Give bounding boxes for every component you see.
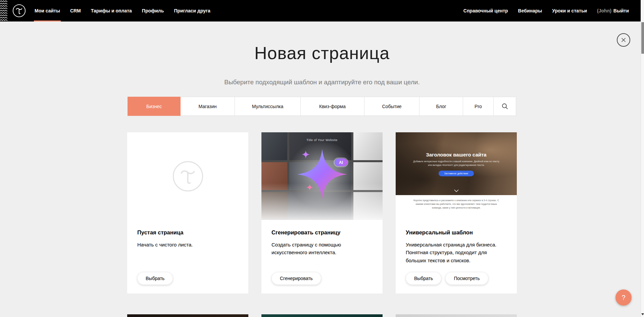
card-title: Сгенерировать страницу	[271, 229, 373, 236]
card-description: Универсальная страница для бизнеса. Поня…	[406, 241, 507, 264]
card-body: Сгенерировать страницу Создать страницу …	[261, 220, 383, 293]
tab-quiz-form[interactable]: Квиз-форма	[301, 97, 364, 116]
ai-badge: AI	[335, 158, 347, 166]
nav-item-invite-friend[interactable]: Пригласи друга	[169, 0, 215, 21]
tilda-watermark-icon	[172, 160, 204, 192]
ai-generate-preview[interactable]: Title of Your Website	[261, 132, 383, 220]
tilda-logo-icon[interactable]	[12, 4, 26, 18]
scrollbar-down-arrow[interactable]	[641, 313, 644, 316]
tab-store[interactable]: Магазин	[181, 97, 235, 116]
nav-item-my-sites[interactable]: Мои сайты	[30, 0, 65, 21]
select-blank-button[interactable]: Выбрать	[137, 272, 173, 285]
generate-button[interactable]: Сгенерировать	[271, 272, 321, 285]
page-subtitle: Выберите подходящий шаблон и адаптируйте…	[0, 79, 644, 86]
template-hero-section: Заголовок вашего сайта Добавьте интересн…	[396, 132, 517, 195]
template-hero-text: Добавьте интересные подробности о вашей …	[411, 160, 501, 167]
template-card-partial[interactable]	[127, 314, 248, 317]
template-card-blank: Пустая страница Начать с чистого листа. …	[127, 132, 248, 293]
template-card-partial[interactable]	[261, 314, 383, 317]
search-icon	[502, 103, 508, 109]
card-actions: Сгенерировать	[271, 272, 373, 285]
small-sparkle-icon	[302, 150, 310, 158]
template-card-partial[interactable]	[396, 314, 517, 317]
triangle-down-icon	[641, 313, 644, 315]
card-description: Создать страницу с помощью искусственног…	[271, 241, 373, 257]
tab-multilink[interactable]: Мультиссылка	[235, 97, 301, 116]
template-body-text: Коротко представьтесь и расскажите о ком…	[396, 195, 517, 220]
navbar-spacer	[215, 0, 458, 21]
scrollbar-thumb[interactable]	[641, 22, 644, 54]
secondary-nav: Справочный центр Вебинары Уроки и статьи…	[458, 0, 634, 21]
template-cards-row: Пустая страница Начать с чистого листа. …	[127, 132, 517, 293]
nav-item-logout[interactable]: (John) Выйти	[592, 0, 634, 21]
nav-item-help-center[interactable]: Справочный центр	[458, 0, 513, 21]
tab-event[interactable]: Событие	[364, 97, 419, 116]
card-title: Пустая страница	[137, 229, 238, 236]
close-button[interactable]	[617, 33, 630, 47]
card-actions: Выбрать Посмотреть	[406, 272, 507, 285]
universal-template-preview[interactable]: Заголовок вашего сайта Добавьте интересн…	[396, 132, 517, 220]
small-sparkle-icon	[306, 184, 313, 191]
tab-search[interactable]	[494, 97, 516, 116]
scrollbar[interactable]	[641, 0, 644, 317]
card-body: Пустая страница Начать с чистого листа. …	[127, 220, 248, 293]
select-universal-button[interactable]: Выбрать	[406, 272, 441, 285]
card-title: Универсальный шаблон	[406, 229, 507, 236]
view-universal-button[interactable]: Посмотреть	[445, 272, 488, 285]
template-category-tabs: Бизнес Магазин Мультиссылка Квиз-форма С…	[128, 97, 516, 116]
page-title: Новая страница	[0, 43, 644, 63]
nav-item-profile[interactable]: Профиль	[137, 0, 169, 21]
zigzag-pattern-icon	[0, 0, 7, 21]
tab-business[interactable]: Бизнес	[128, 97, 181, 116]
ai-sparkle-icon	[297, 149, 347, 199]
tab-pro[interactable]: Pro	[463, 97, 494, 116]
main-nav: Мои сайты CRM Тарифы и оплата Профиль Пр…	[30, 0, 215, 21]
top-navbar: Мои сайты CRM Тарифы и оплата Профиль Пр…	[0, 0, 644, 21]
template-cards-row-2	[127, 314, 517, 317]
template-card-ai-generate: Title of Your Website	[261, 132, 383, 293]
nav-item-lessons[interactable]: Уроки и статьи	[547, 0, 592, 21]
close-icon	[621, 37, 626, 43]
template-hero-heading: Заголовок вашего сайта	[396, 132, 517, 157]
template-card-universal: Заголовок вашего сайта Добавьте интересн…	[396, 132, 517, 293]
card-body: Универсальный шаблон Универсальная стран…	[396, 220, 517, 293]
nav-item-webinars[interactable]: Вебинары	[513, 0, 547, 21]
chevron-down-icon	[454, 189, 459, 192]
help-button[interactable]: ?	[615, 289, 632, 306]
nav-item-pricing[interactable]: Тарифы и оплата	[86, 0, 137, 21]
logout-label: Выйти	[613, 8, 629, 13]
user-name: (John)	[597, 8, 611, 13]
card-actions: Выбрать	[137, 272, 238, 285]
template-hero-button: Заглавное действие	[439, 171, 474, 176]
nav-item-crm[interactable]: CRM	[65, 0, 86, 21]
card-description: Начать с чистого листа.	[137, 241, 238, 248]
blank-page-preview[interactable]	[127, 132, 248, 220]
tab-blog[interactable]: Блог	[419, 97, 463, 116]
